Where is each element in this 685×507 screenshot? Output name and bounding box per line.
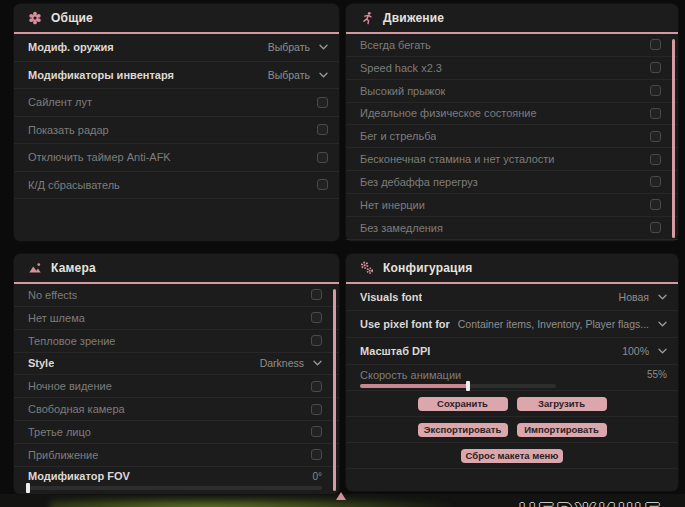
setting-label: Тепловое зрение [28, 335, 115, 347]
setting-label: Всегда бегать [360, 39, 431, 51]
row-no-helmet[interactable]: Нет шлема [14, 307, 339, 330]
setting-label: Свободная камера [28, 403, 125, 415]
weapon-mods-dropdown[interactable]: Выбрать [268, 41, 328, 53]
setting-label: Показать радар [28, 124, 109, 136]
checkbox[interactable] [311, 381, 322, 392]
import-button[interactable]: Импортировать [517, 423, 607, 437]
slider-handle[interactable] [466, 381, 470, 391]
export-button[interactable]: Экспортировать [418, 423, 508, 437]
row-kd-resetter[interactable]: К/Д сбрасыватель [14, 172, 339, 200]
row-disable-anti-afk-timer[interactable]: Отключить таймер Anti-AFK [14, 144, 339, 172]
grass-glow [50, 497, 450, 507]
panel-title: Конфигурация [383, 261, 472, 275]
dpi-scale-dropdown[interactable]: 100% [622, 345, 667, 357]
setting-label: Без дебаффа перегруз [360, 176, 478, 188]
row-thermal-vision[interactable]: Тепловое зрение [14, 330, 339, 353]
scrollbar[interactable] [672, 39, 675, 238]
row-speed-hack[interactable]: Speed hack x2.3 [346, 57, 678, 80]
setting-label: Бег и стрельба [360, 130, 436, 142]
setting-label: Высокий прыжок [360, 85, 445, 97]
panel-title: Движение [383, 11, 444, 25]
row-dpi-scale: Масштаб DPI 100% [346, 338, 678, 365]
checkbox[interactable] [650, 39, 661, 50]
checkbox[interactable] [650, 108, 661, 119]
animation-speed-slider-track[interactable] [360, 384, 556, 388]
row-show-radar[interactable]: Показать радар [14, 117, 339, 145]
visuals-font-dropdown[interactable]: Новая [619, 291, 667, 303]
checkbox[interactable] [650, 62, 661, 73]
row-zoom[interactable]: Приближение [14, 444, 339, 467]
reset-menu-layout-button[interactable]: Сброс макета меню [461, 449, 563, 463]
checkbox[interactable] [311, 312, 322, 323]
inventory-mods-dropdown[interactable]: Выбрать [268, 69, 328, 81]
checkbox[interactable] [650, 154, 661, 165]
checkbox[interactable] [311, 449, 322, 460]
row-perfect-physical-condition[interactable]: Идеальное физическое состояние [346, 103, 678, 126]
button-row-reset: Сброс макета меню [346, 443, 678, 469]
fov-slider-track[interactable] [28, 486, 322, 490]
save-button[interactable]: Сохранить [418, 397, 508, 411]
row-high-jump[interactable]: Высокий прыжок [346, 80, 678, 103]
dropdown-value: Выбрать [268, 69, 310, 81]
image-icon [28, 261, 42, 275]
checkbox[interactable] [650, 199, 661, 210]
dropdown-value: Container items, Inventory, Player flags… [458, 318, 649, 330]
row-no-inertia[interactable]: Нет инерции [346, 194, 678, 217]
setting-label: Масштаб DPI [360, 345, 430, 357]
row-silent-loot[interactable]: Сайлент лут [14, 89, 339, 117]
row-run-and-shoot[interactable]: Бег и стрельба [346, 125, 678, 148]
checkbox[interactable] [650, 176, 661, 187]
player-marker-icon [336, 492, 346, 500]
checkbox[interactable] [317, 179, 328, 190]
setting-label: Use pixel font for [360, 318, 450, 330]
slider-value: 0° [312, 471, 322, 482]
row-weapon-mods: Модиф. оружия Выбрать [14, 34, 339, 62]
row-fov-modifier: Модификатор FOV 0° [14, 467, 339, 493]
animation-speed-slider-fill [360, 384, 468, 388]
checkbox[interactable] [311, 404, 322, 415]
row-no-slowdown[interactable]: Без замедления [346, 217, 678, 240]
setting-label: Скорость анимации [360, 369, 461, 381]
row-night-vision[interactable]: Ночное видение [14, 375, 339, 398]
setting-label: Приближение [28, 449, 98, 461]
panel-config-header: Конфигурация [346, 254, 678, 284]
checkbox[interactable] [650, 131, 661, 142]
checkbox[interactable] [311, 426, 322, 437]
chevron-down-icon [319, 72, 328, 78]
row-infinite-stamina[interactable]: Бесконечная стамина и нет усталости [346, 148, 678, 171]
chevron-down-icon [313, 360, 322, 366]
row-third-person[interactable]: Третье лицо [14, 421, 339, 444]
row-free-camera[interactable]: Свободная камера [14, 398, 339, 421]
dropdown-value: Выбрать [268, 41, 310, 53]
row-no-effects[interactable]: No effects [14, 284, 339, 307]
row-no-overload-debuff[interactable]: Без дебаффа перегруз [346, 171, 678, 194]
row-style: Style Darkness [14, 353, 339, 376]
checkbox[interactable] [311, 289, 322, 300]
chevron-down-icon [658, 321, 667, 327]
setting-label: Модификаторы инвентаря [28, 69, 174, 81]
scrollbar[interactable] [333, 289, 336, 491]
setting-label: Speed hack x2.3 [360, 62, 442, 74]
panel-movement: Движение Всегда бегать Speed hack x2.3 В… [346, 4, 678, 241]
checkbox[interactable] [317, 124, 328, 135]
row-always-run[interactable]: Всегда бегать [346, 34, 678, 57]
panel-title: Камера [51, 261, 96, 275]
setting-label: Отключить таймер Anti-AFK [28, 151, 171, 163]
setting-label: Идеальное физическое состояние [360, 107, 537, 119]
load-button[interactable]: Загрузить [517, 397, 607, 411]
checkbox[interactable] [317, 97, 328, 108]
checkbox[interactable] [650, 222, 661, 233]
setting-label: Модификатор FOV [28, 470, 130, 482]
row-use-pixel-font-for: Use pixel font for Container items, Inve… [346, 311, 678, 338]
setting-label: Третье лицо [28, 426, 91, 438]
row-inventory-mods: Модификаторы инвентаря Выбрать [14, 62, 339, 90]
checkbox[interactable] [650, 85, 661, 96]
checkbox[interactable] [311, 335, 322, 346]
slider-handle[interactable] [26, 483, 30, 493]
pixel-font-dropdown[interactable]: Container items, Inventory, Player flags… [458, 318, 667, 330]
panel-camera: Камера No effects Нет шлема Тепловое зре… [14, 254, 339, 494]
dropdown-value: 100% [622, 345, 649, 357]
setting-label: Нет шлема [28, 312, 85, 324]
checkbox[interactable] [317, 152, 328, 163]
style-dropdown[interactable]: Darkness [260, 357, 322, 369]
